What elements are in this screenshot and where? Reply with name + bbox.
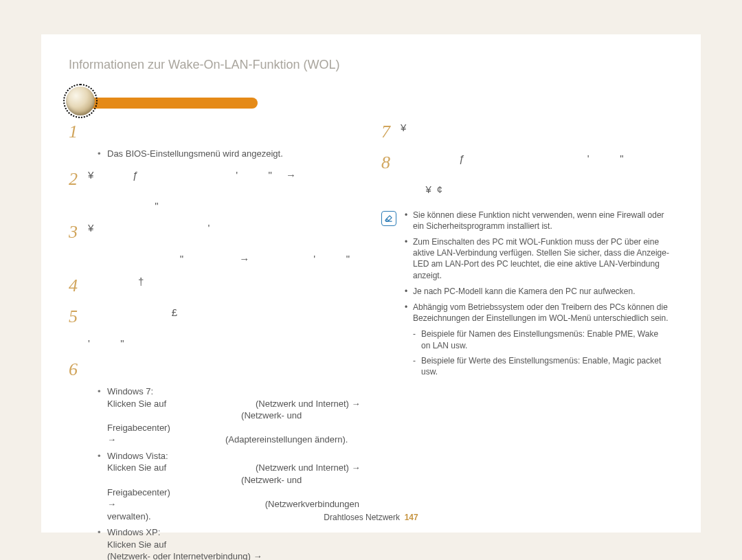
- net-freigabe: (Netzwerk- und Freigabecenter): [107, 410, 302, 433]
- bullet-item: Das BIOS-Einstellungsmenü wird angezeigt…: [98, 148, 361, 160]
- glyph-placeholder: ": [88, 195, 164, 213]
- glyph-placeholder: £: [88, 302, 183, 320]
- note-item: Zum Einschalten des PC mit WOL-Funktion …: [405, 236, 669, 281]
- glyph-placeholder: ¥¢: [401, 179, 448, 197]
- glyph-placeholder: " → ' ": [88, 248, 355, 266]
- step-3b: " → ' ": [69, 248, 361, 266]
- step-number: 2: [69, 167, 88, 191]
- step-5: 5 £: [69, 302, 361, 328]
- arrow-icon: →: [352, 462, 361, 473]
- jewel-icon: [66, 87, 95, 115]
- note-icon: [381, 211, 396, 226]
- net-freigabe: (Netzwerk- und Freigabecenter): [107, 475, 302, 497]
- note-subitem: Beispiele für Namen des Einstellungsmenü…: [405, 328, 669, 350]
- step-number: 5: [69, 304, 88, 328]
- step6-details: Windows 7: Klicken Sie auf (Netzwerk und…: [69, 385, 361, 560]
- columns: 1 Das BIOS-Einstellungsmenü wird angezei…: [69, 117, 673, 560]
- glyph-placeholder: ' ": [88, 333, 130, 350]
- note-item: Abhängig vom Betriebssystem oder den Tre…: [405, 302, 669, 324]
- net-internet: (Netzwerk und Internet): [256, 462, 349, 473]
- step-number: 1: [69, 120, 88, 144]
- page: Informationen zur Wake-On-LAN-Funktion (…: [41, 34, 701, 533]
- arrow-icon: →: [107, 499, 116, 509]
- step-number: 8: [381, 150, 401, 175]
- arrow-icon: →: [253, 551, 262, 560]
- note-box: Sie können diese Funktion nicht verwende…: [381, 205, 673, 385]
- step-8b: ¥¢: [381, 179, 673, 197]
- step-2b: ": [69, 195, 361, 213]
- os-label: Windows Vista:: [107, 451, 168, 461]
- adapter: (Adaptereinstellungen ändern).: [225, 434, 348, 445]
- step-5b: ' ": [69, 333, 361, 350]
- arrow-icon: →: [352, 399, 361, 409]
- os-label: Windows XP:: [107, 527, 160, 537]
- step-4: 4 †: [69, 271, 361, 298]
- os-label: Windows 7:: [107, 386, 153, 396]
- click-label: Klicken Sie auf: [107, 399, 166, 409]
- arrow-icon: →: [107, 434, 116, 445]
- click-label: Klicken Sie auf: [107, 462, 166, 473]
- accent-bar: [69, 98, 258, 109]
- page-number: 147: [405, 513, 418, 522]
- bullet-item-win7: Windows 7: Klicken Sie auf (Netzwerk und…: [98, 385, 361, 446]
- footer: Drahtloses Netzwerk 147: [41, 512, 701, 523]
- glyph-placeholder: †: [88, 271, 149, 289]
- step-number: 3: [69, 220, 88, 244]
- glyph-placeholder: ¥ ƒ ' " →: [88, 164, 302, 182]
- step-1: 1: [69, 117, 361, 144]
- xp-netconn: (Netzwerk- oder Internetverbindung): [107, 551, 251, 560]
- left-column: 1 Das BIOS-Einstellungsmenü wird angezei…: [69, 117, 361, 560]
- footer-label: Drahtloses Netzwerk: [324, 513, 400, 522]
- step-8: 8 ƒ ' ": [381, 148, 673, 175]
- glyph-placeholder: ¥ ': [88, 217, 215, 235]
- bullet-item-xp: Windows XP: Klicken Sie auf (Netzwerk- o…: [98, 526, 361, 560]
- step1-detail: Das BIOS-Einstellungsmenü wird angezeigt…: [69, 148, 361, 160]
- step-6: 6: [69, 355, 361, 381]
- right-column: 7 ¥ 8 ƒ ' " ¥¢: [381, 117, 673, 560]
- glyph-placeholder: ƒ ' ": [401, 148, 629, 166]
- note-list: Sie können diese Funktion nicht verwende…: [405, 210, 669, 381]
- glyph-placeholder: ¥: [401, 117, 412, 135]
- note-subitem: Beispiele für Werte des Einstellungsmenü…: [405, 355, 669, 377]
- step-3: 3 ¥ ': [69, 217, 361, 244]
- note-item: Je nach PC-Modell kann die Kamera den PC…: [405, 286, 669, 297]
- note-item: Sie können diese Funktion nicht verwende…: [405, 210, 669, 232]
- step-number: 6: [69, 357, 88, 381]
- page-title: Informationen zur Wake-On-LAN-Funktion (…: [69, 56, 673, 73]
- net-internet: (Netzwerk und Internet): [256, 399, 349, 409]
- step-number: 4: [69, 273, 88, 298]
- step-7: 7 ¥: [381, 117, 673, 144]
- step-2: 2 ¥ ƒ ' " →: [69, 164, 361, 191]
- step-number: 7: [381, 120, 401, 144]
- click-label: Klicken Sie auf: [107, 539, 166, 550]
